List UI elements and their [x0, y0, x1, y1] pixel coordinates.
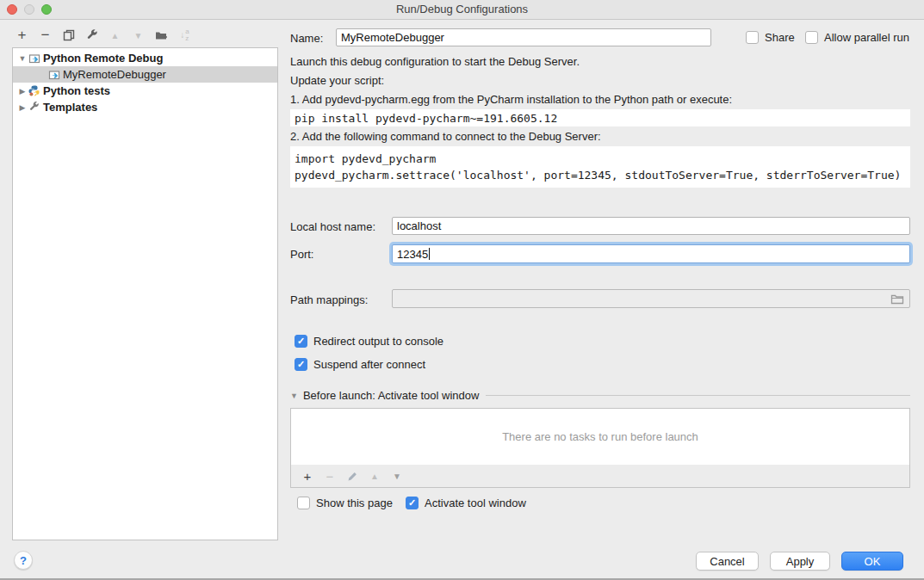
- name-input[interactable]: [336, 28, 711, 46]
- python-icon: [28, 85, 40, 97]
- instruction-line-2: Update your script:: [290, 74, 384, 87]
- check-icon: ✓: [408, 497, 416, 509]
- remove-task-button: −: [319, 466, 341, 485]
- tree-item-myremotedebugger[interactable]: MyRemoteDebugger: [13, 66, 277, 83]
- show-this-page-label: Show this page: [316, 497, 393, 509]
- suspend-after-connect-row: ✓ Suspend after connect: [295, 358, 425, 371]
- apply-button[interactable]: Apply: [770, 552, 830, 571]
- new-folder-icon: [155, 30, 168, 41]
- configurations-toolbar: + − ▲ ▼ ↓ a z: [10, 25, 196, 46]
- window-title: Run/Debug Configurations: [396, 3, 528, 15]
- add-configuration-button[interactable]: +: [10, 25, 34, 46]
- settrace-code-line-1: import pydevd_pycharm: [295, 151, 910, 167]
- window-controls: [7, 4, 52, 15]
- browse-folder-icon[interactable]: [890, 293, 904, 305]
- redirect-output-checkbox[interactable]: ✓: [295, 335, 307, 348]
- add-task-button[interactable]: +: [296, 466, 319, 485]
- check-icon: ✓: [297, 358, 305, 371]
- run-debug-configurations-dialog: Run/Debug Configurations + − ▲ ▼ ↓: [0, 0, 924, 580]
- sort-az-icon: ↓ a z: [180, 28, 189, 42]
- ok-button[interactable]: OK: [841, 552, 903, 571]
- chevron-down-icon[interactable]: ▼: [17, 54, 28, 63]
- tasks-empty-text: There are no tasks to run before launch: [502, 430, 698, 443]
- close-window-button[interactable]: [7, 4, 17, 15]
- tree-item-templates[interactable]: ▶ Templates: [13, 99, 277, 115]
- chevron-right-icon[interactable]: ▶: [17, 103, 28, 112]
- suspend-after-connect-checkbox[interactable]: ✓: [295, 358, 307, 371]
- templates-wrench-icon: [28, 102, 40, 114]
- path-mappings-field[interactable]: [392, 289, 910, 308]
- move-task-up-button: ▲: [363, 466, 386, 485]
- path-mappings-label: Path mappings:: [290, 293, 368, 306]
- settrace-code: import pydevd_pycharm pydevd_pycharm.set…: [290, 146, 910, 188]
- before-launch-toolbar: + − ▲ ▼: [290, 465, 910, 488]
- instruction-line-3: 1. Add pydevd-pycharm.egg from the PyCha…: [290, 93, 732, 106]
- remote-debug-config-icon: [28, 52, 40, 65]
- activate-tool-window-checkbox[interactable]: ✓: [406, 497, 419, 509]
- cancel-button[interactable]: Cancel: [696, 552, 759, 571]
- instruction-line-4: 2. Add the following command to connect …: [290, 130, 601, 143]
- before-launch-task-list[interactable]: There are no tasks to run before launch: [290, 408, 910, 466]
- question-icon: ?: [20, 554, 27, 567]
- chevron-right-icon[interactable]: ▶: [17, 87, 28, 96]
- redirect-output-label: Redirect output to console: [313, 335, 443, 348]
- new-folder-button[interactable]: [150, 25, 173, 46]
- move-task-down-button: ▼: [386, 466, 408, 485]
- suspend-after-connect-label: Suspend after connect: [313, 358, 425, 371]
- help-button[interactable]: ?: [14, 551, 33, 570]
- local-host-name-input[interactable]: [392, 217, 910, 235]
- wrench-icon: [86, 29, 98, 41]
- edit-defaults-button[interactable]: [80, 25, 103, 46]
- redirect-output-row: ✓ Redirect output to console: [295, 335, 443, 348]
- instruction-line-1: Launch this debug configuration to start…: [290, 55, 580, 68]
- configurations-tree: ▼ Python Remote Debug MyRemoteDebugger ▶: [12, 47, 278, 540]
- tree-item-python-tests[interactable]: ▶ Python tests: [13, 83, 277, 99]
- tree-item-python-remote-debug[interactable]: ▼ Python Remote Debug: [13, 50, 277, 66]
- before-launch-title: Before launch: Activate tool window: [303, 389, 480, 402]
- activate-tool-window-label: Activate tool window: [425, 497, 526, 509]
- pencil-icon: [347, 471, 358, 482]
- share-label: Share: [765, 31, 795, 44]
- titlebar: Run/Debug Configurations: [0, 0, 924, 20]
- check-icon: ✓: [297, 335, 305, 348]
- show-this-page-checkbox[interactable]: [297, 497, 310, 509]
- port-label: Port:: [290, 248, 313, 261]
- edit-task-button: [341, 466, 363, 485]
- share-checkbox-row: Share: [746, 31, 795, 44]
- name-label: Name:: [290, 32, 323, 45]
- copy-icon: [63, 29, 75, 41]
- local-host-name-label: Local host name:: [290, 220, 375, 233]
- remote-debug-config-icon: [47, 69, 60, 81]
- allow-parallel-run-checkbox[interactable]: [805, 31, 818, 44]
- text-caret: [429, 248, 430, 260]
- zoom-window-button[interactable]: [41, 4, 52, 15]
- pip-install-code: pip install pydevd-pycharm~=191.6605.12: [290, 109, 910, 126]
- collapse-triangle-icon[interactable]: ▼: [290, 392, 298, 400]
- section-divider: [486, 395, 910, 396]
- allow-parallel-run-label: Allow parallel run: [824, 31, 909, 44]
- before-launch-header[interactable]: ▼ Before launch: Activate tool window: [290, 389, 910, 402]
- remove-configuration-button[interactable]: −: [34, 25, 57, 46]
- show-this-page-row: Show this page: [297, 497, 393, 509]
- sort-alphabetically-button: ↓ a z: [173, 25, 196, 46]
- allow-parallel-run-checkbox-row: Allow parallel run: [805, 31, 909, 44]
- port-input[interactable]: 12345: [392, 244, 910, 263]
- minimize-window-button: [24, 4, 34, 15]
- share-checkbox[interactable]: [746, 31, 759, 44]
- move-up-button: ▲: [103, 25, 127, 46]
- copy-configuration-button[interactable]: [57, 25, 80, 46]
- port-value: 12345: [397, 248, 428, 261]
- settrace-code-line-2: pydevd_pycharm.settrace('localhost', por…: [295, 167, 910, 183]
- activate-tool-window-row: ✓ Activate tool window: [406, 497, 526, 509]
- move-down-button: ▼: [127, 25, 150, 46]
